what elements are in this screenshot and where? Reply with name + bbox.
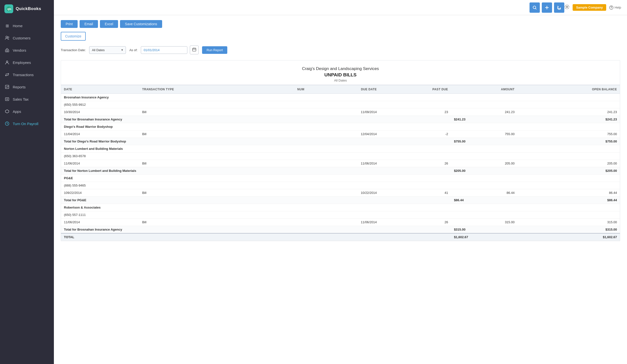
table-row: 11/06/2014 Bill 11/06/2014 26 205.00 205… xyxy=(61,160,620,167)
help-label: Help xyxy=(615,6,621,9)
svg-point-12 xyxy=(566,6,568,8)
transaction-date-select[interactable]: All Dates xyxy=(89,46,126,54)
group-name: Robertson & Associates xyxy=(61,204,620,211)
svg-point-6 xyxy=(6,61,8,62)
cell-due-date: 11/06/2014 xyxy=(307,219,380,226)
excel-button[interactable]: Excel xyxy=(100,20,118,28)
sidebar-navigation: ⊞ Home Customers Vend xyxy=(0,18,54,130)
date-filter-wrapper: All Dates ▼ xyxy=(89,46,126,54)
table-row: (650) 363-6578 xyxy=(61,152,620,160)
run-report-button[interactable]: Run Report xyxy=(202,46,227,54)
cell-amount: 755.00 xyxy=(451,131,518,138)
total-amount: $1,602.67 xyxy=(451,233,518,241)
sidebar-item-apps-label: Apps xyxy=(13,109,21,114)
cell-open-balance: 755.00 xyxy=(518,131,620,138)
transaction-date-label: Transaction Date: xyxy=(61,48,86,52)
group-total-label: Total for Norton Lumbert and Building Ma… xyxy=(61,167,451,175)
group-phone: (650) 555-9912 xyxy=(61,101,620,108)
cell-due-date: 11/09/2014 xyxy=(307,108,380,116)
refresh-button[interactable] xyxy=(554,2,564,13)
sidebar-item-apps[interactable]: Apps xyxy=(0,105,54,118)
cell-open-balance: 205.00 xyxy=(518,160,620,167)
topbar-center-actions xyxy=(529,2,564,13)
email-button[interactable]: Email xyxy=(80,20,98,28)
help-button[interactable]: Help xyxy=(609,5,621,10)
employees-icon xyxy=(4,60,10,65)
topbar: Sample Company Help xyxy=(54,0,627,15)
main-area: Sample Company Help Print Email Excel Sa… xyxy=(54,0,627,364)
group-phone: (650) 557-1111 xyxy=(61,211,620,219)
cell-type: Bill xyxy=(139,108,264,116)
customize-button[interactable]: Customize xyxy=(61,32,86,41)
home-icon: ⊞ xyxy=(4,23,10,28)
sidebar: qb QuickBooks ⊞ Home Customers xyxy=(0,0,54,364)
cell-type: Bill xyxy=(139,131,264,138)
total-row: TOTAL $1,602.67 $1,602.67 xyxy=(61,233,620,241)
table-row: 11/06/2014 Bill 11/06/2014 26 315.00 315… xyxy=(61,219,620,226)
cell-past-due: 26 xyxy=(380,219,451,226)
sales-tax-icon xyxy=(4,96,10,102)
table-header-row: DATE TRANSACTION TYPE NUM DUE DATE PAST … xyxy=(61,85,620,94)
col-due-date: DUE DATE xyxy=(307,85,380,94)
col-num: NUM xyxy=(264,85,307,94)
sidebar-item-home[interactable]: ⊞ Home xyxy=(0,20,54,32)
svg-point-3 xyxy=(8,37,9,38)
group-total-amount: $205.00 xyxy=(451,167,518,175)
sidebar-item-transactions-label: Transactions xyxy=(13,73,34,77)
sidebar-item-customers[interactable]: Customers xyxy=(0,32,54,44)
cell-date: 11/06/2014 xyxy=(61,219,139,226)
group-phone: (888) 555-9465 xyxy=(61,182,620,189)
group-total-label: Total for Diego's Road Warrior Bodyshop xyxy=(61,138,451,145)
add-button[interactable] xyxy=(542,2,552,13)
cell-past-due: 26 xyxy=(380,160,451,167)
group-name: Brosnahan Insurance Agency xyxy=(61,94,620,101)
svg-rect-15 xyxy=(193,48,196,51)
group-name: PG&E xyxy=(61,175,620,182)
sidebar-item-transactions[interactable]: Transactions xyxy=(0,69,54,81)
content-area: Print Email Excel Save Customizations Cu… xyxy=(54,15,627,364)
reports-icon xyxy=(4,84,10,90)
svg-marker-9 xyxy=(5,110,9,113)
group-total-amount: $241.23 xyxy=(451,116,518,123)
table-row: Brosnahan Insurance Agency xyxy=(61,94,620,101)
as-of-date-input[interactable] xyxy=(141,46,187,54)
cell-date: 109/22/2014 xyxy=(61,189,139,197)
col-open-balance: OPEN BALANCE xyxy=(518,85,620,94)
table-row: Total for Brosnahan Insurance Agency $31… xyxy=(61,226,620,233)
calendar-icon-button[interactable] xyxy=(190,46,199,54)
col-date: DATE xyxy=(61,85,139,94)
sidebar-item-vendors[interactable]: Vendors xyxy=(0,44,54,56)
cell-past-due: -2 xyxy=(380,131,451,138)
cell-date: 10/30/2014 xyxy=(61,108,139,116)
group-total-amount: $755.00 xyxy=(451,138,518,145)
cell-due-date: 10/22/2014 xyxy=(307,189,380,197)
table-row: Total for PG&E $86.44 $86.44 xyxy=(61,197,620,204)
company-badge[interactable]: Sample Company xyxy=(573,4,606,11)
sidebar-item-employees-label: Employees xyxy=(13,60,31,65)
sidebar-item-payroll[interactable]: Turn On Payroll xyxy=(0,118,54,130)
print-button[interactable]: Print xyxy=(61,20,78,28)
report-toolbar: Print Email Excel Save Customizations xyxy=(61,20,620,28)
cell-num xyxy=(264,219,307,226)
table-row: Robertson & Associates xyxy=(61,204,620,211)
settings-button[interactable] xyxy=(564,4,570,11)
search-button[interactable] xyxy=(529,2,540,13)
group-total-label: Total for Brosnahan Insurance Agency xyxy=(61,226,451,233)
sidebar-item-employees[interactable]: Employees xyxy=(0,56,54,69)
save-customizations-button[interactable]: Save Customizations xyxy=(120,20,162,28)
group-total-open-balance: $205.00 xyxy=(518,167,620,175)
cell-past-due: 41 xyxy=(380,189,451,197)
sidebar-item-sales-tax[interactable]: Sales Tax xyxy=(0,93,54,105)
cell-due-date: 11/06/2014 xyxy=(307,160,380,167)
group-total-open-balance: $755.00 xyxy=(518,138,620,145)
table-row: Total for Norton Lumbert and Building Ma… xyxy=(61,167,620,175)
svg-point-2 xyxy=(6,36,8,38)
table-row: PG&E xyxy=(61,175,620,182)
table-row: (650) 555-9912 xyxy=(61,101,620,108)
svg-rect-4 xyxy=(5,50,9,52)
table-row: (888) 555-9465 xyxy=(61,182,620,189)
as-of-label: As of: xyxy=(129,48,137,52)
cell-open-balance: 86.44 xyxy=(518,189,620,197)
sidebar-item-reports[interactable]: Reports xyxy=(0,81,54,93)
cell-num xyxy=(264,160,307,167)
